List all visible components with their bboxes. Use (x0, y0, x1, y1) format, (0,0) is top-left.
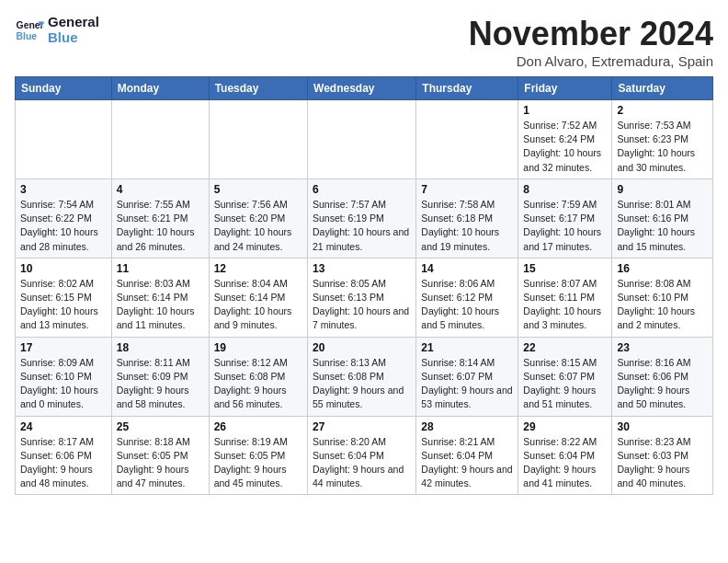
day-cell: 28Sunrise: 8:21 AM Sunset: 6:04 PM Dayli… (416, 416, 518, 495)
day-info: Sunrise: 8:09 AM Sunset: 6:10 PM Dayligh… (20, 356, 107, 412)
logo-text-line2: Blue (48, 30, 99, 46)
day-cell: 16Sunrise: 8:08 AM Sunset: 6:10 PM Dayli… (612, 258, 713, 337)
day-info: Sunrise: 8:16 AM Sunset: 6:06 PM Dayligh… (617, 356, 708, 412)
day-info: Sunrise: 8:11 AM Sunset: 6:09 PM Dayligh… (117, 356, 204, 412)
day-number: 8 (523, 183, 607, 196)
location-subtitle: Don Alvaro, Extremadura, Spain (469, 53, 713, 69)
day-info: Sunrise: 7:52 AM Sunset: 6:24 PM Dayligh… (523, 119, 607, 175)
day-cell: 14Sunrise: 8:06 AM Sunset: 6:12 PM Dayli… (416, 258, 518, 337)
day-number: 10 (20, 262, 107, 275)
logo-icon: General Blue (15, 16, 44, 45)
day-info: Sunrise: 7:57 AM Sunset: 6:19 PM Dayligh… (313, 198, 411, 254)
header: General Blue General Blue November 2024 … (15, 15, 713, 69)
logo: General Blue General Blue (15, 15, 99, 45)
week-row-4: 17Sunrise: 8:09 AM Sunset: 6:10 PM Dayli… (16, 337, 713, 416)
day-info: Sunrise: 8:01 AM Sunset: 6:16 PM Dayligh… (617, 198, 708, 254)
week-row-3: 10Sunrise: 8:02 AM Sunset: 6:15 PM Dayli… (16, 258, 713, 337)
day-cell: 15Sunrise: 8:07 AM Sunset: 6:11 PM Dayli… (518, 258, 612, 337)
day-number: 21 (421, 341, 513, 354)
day-number: 11 (117, 262, 204, 275)
day-number: 27 (313, 420, 411, 433)
day-cell: 5Sunrise: 7:56 AM Sunset: 6:20 PM Daylig… (209, 178, 307, 258)
day-cell: 2Sunrise: 7:53 AM Sunset: 6:23 PM Daylig… (612, 100, 713, 179)
day-number: 3 (20, 183, 107, 196)
week-row-1: 1Sunrise: 7:52 AM Sunset: 6:24 PM Daylig… (16, 100, 713, 179)
day-number: 28 (421, 420, 513, 433)
day-cell: 24Sunrise: 8:17 AM Sunset: 6:06 PM Dayli… (16, 416, 112, 495)
day-cell (209, 100, 307, 179)
day-number: 22 (523, 341, 607, 354)
day-info: Sunrise: 8:17 AM Sunset: 6:06 PM Dayligh… (20, 435, 107, 491)
day-number: 30 (617, 420, 708, 433)
day-cell (16, 100, 112, 179)
day-info: Sunrise: 7:59 AM Sunset: 6:17 PM Dayligh… (523, 198, 607, 254)
column-header-tuesday: Tuesday (209, 77, 307, 100)
day-cell: 20Sunrise: 8:13 AM Sunset: 6:08 PM Dayli… (308, 337, 416, 416)
day-number: 6 (313, 183, 411, 196)
day-cell: 10Sunrise: 8:02 AM Sunset: 6:15 PM Dayli… (16, 258, 112, 337)
day-info: Sunrise: 8:06 AM Sunset: 6:12 PM Dayligh… (421, 277, 513, 333)
calendar-header-row: SundayMondayTuesdayWednesdayThursdayFrid… (16, 77, 713, 100)
day-info: Sunrise: 8:13 AM Sunset: 6:08 PM Dayligh… (313, 356, 411, 412)
day-number: 12 (214, 262, 302, 275)
day-cell: 11Sunrise: 8:03 AM Sunset: 6:14 PM Dayli… (111, 258, 209, 337)
day-info: Sunrise: 8:23 AM Sunset: 6:03 PM Dayligh… (617, 435, 708, 491)
column-header-wednesday: Wednesday (308, 77, 416, 100)
day-number: 9 (617, 183, 708, 196)
day-cell: 13Sunrise: 8:05 AM Sunset: 6:13 PM Dayli… (308, 258, 416, 337)
title-area: November 2024 Don Alvaro, Extremadura, S… (469, 15, 713, 69)
week-row-2: 3Sunrise: 7:54 AM Sunset: 6:22 PM Daylig… (16, 178, 713, 258)
day-info: Sunrise: 7:53 AM Sunset: 6:23 PM Dayligh… (617, 119, 708, 175)
day-info: Sunrise: 8:05 AM Sunset: 6:13 PM Dayligh… (313, 277, 411, 333)
day-cell: 6Sunrise: 7:57 AM Sunset: 6:19 PM Daylig… (308, 178, 416, 258)
day-number: 25 (117, 420, 204, 433)
day-cell: 8Sunrise: 7:59 AM Sunset: 6:17 PM Daylig… (518, 178, 612, 258)
day-cell: 30Sunrise: 8:23 AM Sunset: 6:03 PM Dayli… (612, 416, 713, 495)
column-header-friday: Friday (518, 77, 612, 100)
day-number: 19 (214, 341, 302, 354)
week-row-5: 24Sunrise: 8:17 AM Sunset: 6:06 PM Dayli… (16, 416, 713, 495)
svg-text:Blue: Blue (17, 30, 38, 40)
day-cell (111, 100, 209, 179)
day-cell: 25Sunrise: 8:18 AM Sunset: 6:05 PM Dayli… (111, 416, 209, 495)
day-number: 13 (313, 262, 411, 275)
day-info: Sunrise: 8:14 AM Sunset: 6:07 PM Dayligh… (421, 356, 513, 412)
day-cell: 23Sunrise: 8:16 AM Sunset: 6:06 PM Dayli… (612, 337, 713, 416)
day-number: 14 (421, 262, 513, 275)
day-info: Sunrise: 8:04 AM Sunset: 6:14 PM Dayligh… (214, 277, 302, 333)
calendar-table: SundayMondayTuesdayWednesdayThursdayFrid… (15, 76, 713, 495)
day-info: Sunrise: 8:03 AM Sunset: 6:14 PM Dayligh… (117, 277, 204, 333)
day-info: Sunrise: 7:58 AM Sunset: 6:18 PM Dayligh… (421, 198, 513, 254)
day-number: 4 (117, 183, 204, 196)
day-info: Sunrise: 8:18 AM Sunset: 6:05 PM Dayligh… (117, 435, 204, 491)
day-number: 23 (617, 341, 708, 354)
day-cell: 4Sunrise: 7:55 AM Sunset: 6:21 PM Daylig… (111, 178, 209, 258)
column-header-monday: Monday (111, 77, 209, 100)
day-info: Sunrise: 7:55 AM Sunset: 6:21 PM Dayligh… (117, 198, 204, 254)
day-cell: 22Sunrise: 8:15 AM Sunset: 6:07 PM Dayli… (518, 337, 612, 416)
day-number: 17 (20, 341, 107, 354)
day-cell: 3Sunrise: 7:54 AM Sunset: 6:22 PM Daylig… (16, 178, 112, 258)
day-cell: 21Sunrise: 8:14 AM Sunset: 6:07 PM Dayli… (416, 337, 518, 416)
day-info: Sunrise: 7:56 AM Sunset: 6:20 PM Dayligh… (214, 198, 302, 254)
day-number: 1 (523, 104, 607, 117)
day-info: Sunrise: 8:08 AM Sunset: 6:10 PM Dayligh… (617, 277, 708, 333)
day-number: 26 (214, 420, 302, 433)
day-cell: 27Sunrise: 8:20 AM Sunset: 6:04 PM Dayli… (308, 416, 416, 495)
day-cell: 18Sunrise: 8:11 AM Sunset: 6:09 PM Dayli… (111, 337, 209, 416)
day-info: Sunrise: 7:54 AM Sunset: 6:22 PM Dayligh… (20, 198, 107, 254)
day-info: Sunrise: 8:07 AM Sunset: 6:11 PM Dayligh… (523, 277, 607, 333)
day-number: 5 (214, 183, 302, 196)
day-info: Sunrise: 8:15 AM Sunset: 6:07 PM Dayligh… (523, 356, 607, 412)
day-cell: 19Sunrise: 8:12 AM Sunset: 6:08 PM Dayli… (209, 337, 307, 416)
day-number: 7 (421, 183, 513, 196)
day-number: 29 (523, 420, 607, 433)
logo-text-line1: General (48, 15, 99, 30)
day-info: Sunrise: 8:19 AM Sunset: 6:05 PM Dayligh… (214, 435, 302, 491)
day-cell (416, 100, 518, 179)
day-number: 18 (117, 341, 204, 354)
day-number: 15 (523, 262, 607, 275)
day-cell: 12Sunrise: 8:04 AM Sunset: 6:14 PM Dayli… (209, 258, 307, 337)
day-cell (308, 100, 416, 179)
day-cell: 1Sunrise: 7:52 AM Sunset: 6:24 PM Daylig… (518, 100, 612, 179)
